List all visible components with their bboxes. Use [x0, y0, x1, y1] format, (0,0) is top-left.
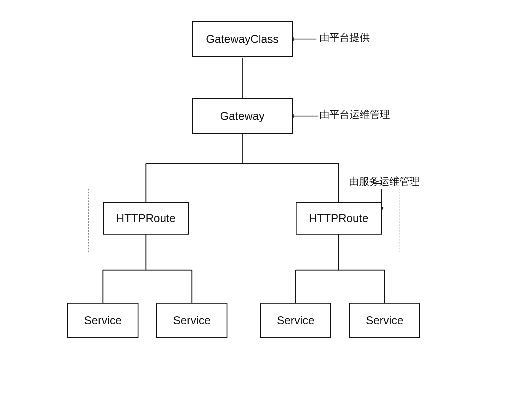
service3-box: Service: [260, 303, 331, 338]
service4-box: Service: [349, 303, 420, 338]
gateway-box: Gateway: [192, 98, 293, 134]
annotation-platform-provided: 由平台提供: [319, 31, 370, 44]
diagram-container: GatewayClass Gateway HTTPRoute HTTPRoute…: [58, 12, 474, 392]
service2-box: Service: [156, 303, 227, 338]
service1-box: Service: [67, 303, 138, 338]
annotation-platform-ops: 由平台运维管理: [319, 108, 390, 121]
annotation-service-ops: 由服务运维管理: [349, 175, 420, 188]
dashed-region: [88, 189, 399, 252]
gatewayclass-box: GatewayClass: [192, 21, 293, 57]
